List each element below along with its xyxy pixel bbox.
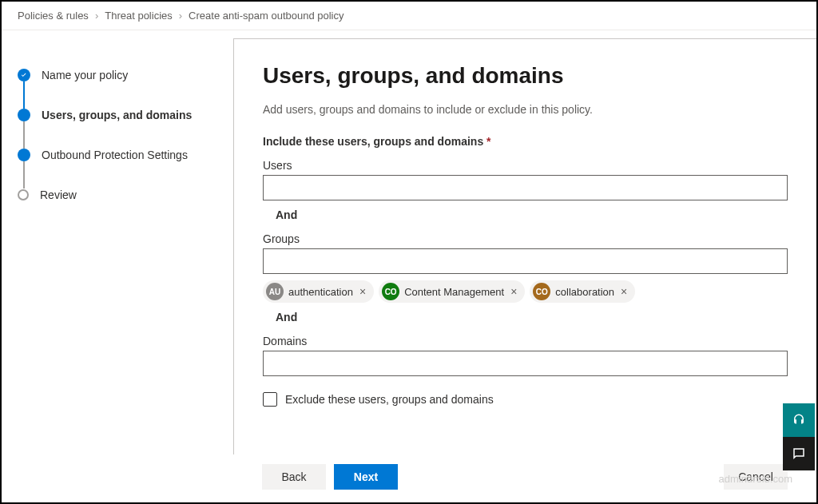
group-chips: AU authentication × CO Content Managemen… [263, 280, 788, 303]
chip-remove-icon[interactable]: × [358, 286, 367, 297]
chat-icon [792, 446, 806, 461]
required-asterisk: * [486, 135, 490, 148]
users-field-label: Users [263, 159, 788, 172]
help-widget[interactable] [783, 403, 815, 437]
wizard-footer: Back Next Cancel [233, 454, 816, 502]
breadcrumb-item[interactable]: Threat policies [105, 10, 173, 22]
and-operator: And [276, 208, 788, 221]
exclude-checkbox[interactable] [263, 392, 277, 407]
page-title: Users, groups, and domains [263, 63, 788, 89]
include-section-label: Include these users, groups and domains … [263, 135, 788, 148]
chip-label: collaboration [555, 286, 614, 298]
group-chip[interactable]: CO Content Management × [379, 280, 525, 303]
step-label: Name your policy [42, 69, 128, 81]
chip-avatar: AU [266, 283, 284, 300]
page-description: Add users, groups and domains to include… [263, 103, 788, 116]
step-review[interactable]: Review [18, 182, 217, 208]
step-name-policy[interactable]: Name your policy [18, 62, 217, 88]
users-input[interactable] [263, 175, 788, 200]
breadcrumb-item[interactable]: Policies & rules [18, 10, 89, 22]
exclude-checkbox-label: Exclude these users, groups and domains [285, 393, 494, 406]
group-chip[interactable]: CO collaboration × [530, 280, 635, 303]
breadcrumb: Policies & rules › Threat policies › Cre… [2, 2, 816, 30]
breadcrumb-item: Create anti-spam outbound policy [189, 10, 343, 22]
cancel-button[interactable]: Cancel [724, 464, 788, 490]
step-label: Review [40, 189, 77, 201]
main-panel: Users, groups, and domains Add users, gr… [233, 38, 816, 499]
back-button[interactable]: Back [262, 464, 326, 490]
step-empty-icon [18, 189, 29, 200]
headset-icon [792, 413, 806, 427]
step-outbound-settings[interactable]: Outbound Protection Settings [18, 142, 217, 168]
chevron-right-icon: › [179, 10, 182, 22]
feedback-widget[interactable] [783, 437, 815, 470]
chip-avatar: CO [382, 283, 399, 300]
group-chip[interactable]: AU authentication × [263, 280, 374, 303]
chip-label: Content Management [404, 286, 504, 298]
and-operator: And [276, 311, 788, 323]
exclude-checkbox-row[interactable]: Exclude these users, groups and domains [263, 392, 788, 407]
chip-remove-icon[interactable]: × [619, 286, 629, 297]
step-sidebar: Name your policy Users, groups, and doma… [2, 30, 233, 499]
chevron-right-icon: › [95, 10, 98, 22]
groups-field-label: Groups [263, 232, 788, 245]
step-upcoming-icon [18, 149, 30, 161]
next-button[interactable]: Next [334, 464, 398, 490]
step-label: Outbound Protection Settings [42, 149, 188, 161]
step-current-icon [18, 109, 30, 121]
chip-avatar: CO [533, 283, 550, 300]
chip-remove-icon[interactable]: × [509, 286, 518, 297]
step-done-icon [18, 69, 30, 81]
step-users-groups[interactable]: Users, groups, and domains [18, 102, 217, 128]
domains-input[interactable] [263, 351, 788, 376]
domains-field-label: Domains [263, 335, 788, 347]
groups-input[interactable] [263, 248, 788, 274]
step-label: Users, groups, and domains [42, 109, 192, 121]
side-widgets [783, 403, 815, 470]
chip-label: authentication [288, 286, 353, 298]
